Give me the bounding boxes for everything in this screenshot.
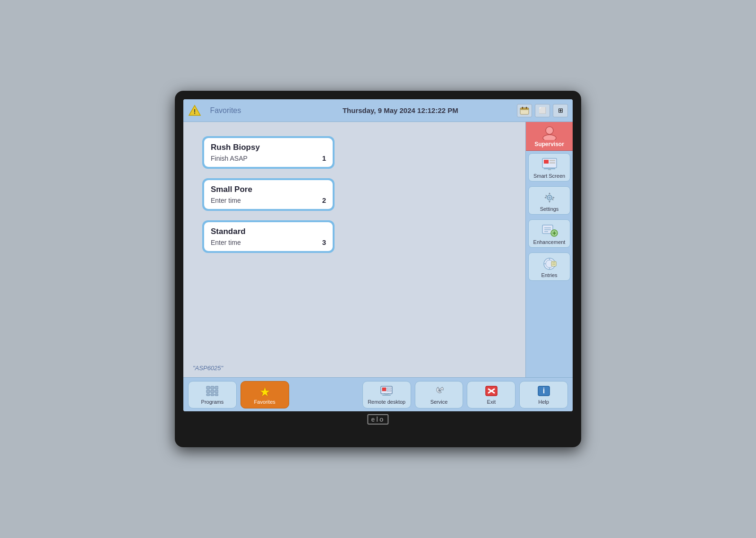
programs-icon <box>206 386 218 398</box>
svg-rect-46 <box>382 395 391 396</box>
settings-button[interactable]: Settings <box>528 186 570 215</box>
entries-label: Entries <box>541 272 557 278</box>
svg-rect-9 <box>544 160 549 164</box>
exit-button[interactable]: Exit <box>467 381 515 408</box>
header-icon-window[interactable]: ⬜ <box>535 104 550 117</box>
svg-rect-37 <box>206 394 210 396</box>
header-icons: ⬜ ⊞ <box>517 104 568 117</box>
svg-rect-28 <box>551 261 556 266</box>
entries-button[interactable]: Entries <box>528 252 570 281</box>
svg-rect-35 <box>211 390 214 393</box>
remote-desktop-icon <box>380 386 393 398</box>
programs-label: Programs <box>201 399 224 405</box>
svg-rect-31 <box>206 386 210 389</box>
exit-label: Exit <box>487 399 496 405</box>
help-button[interactable]: i Help <box>519 381 568 408</box>
svg-rect-10 <box>550 160 555 161</box>
svg-point-47 <box>438 389 440 391</box>
settings-label: Settings <box>540 206 559 212</box>
service-num-rush-biopsy: 1 <box>322 154 326 162</box>
service-num-small-pore: 2 <box>322 196 326 204</box>
smart-screen-label: Smart Screen <box>533 173 565 179</box>
service-label: Service <box>430 399 448 405</box>
header-icon-calendar[interactable] <box>517 104 532 117</box>
help-label: Help <box>538 399 549 405</box>
svg-rect-32 <box>211 386 214 389</box>
settings-icon <box>541 191 558 205</box>
center-content: Rush Biopsy Finish ASAP 1 Small Pore Ent… <box>183 122 525 377</box>
service-num-standard: 3 <box>322 238 326 246</box>
svg-rect-3 <box>520 108 529 110</box>
svg-text:+: + <box>552 229 556 237</box>
svg-rect-13 <box>548 169 551 170</box>
exit-icon <box>485 386 498 398</box>
remote-desktop-label: Remote desktop <box>368 399 405 405</box>
svg-rect-43 <box>387 390 391 391</box>
enhancement-icon: + <box>541 224 558 238</box>
service-card-rush-biopsy[interactable]: Rush Biopsy Finish ASAP 1 <box>202 136 335 169</box>
favorites-icon: ★ <box>259 386 270 398</box>
brand-label: elo <box>367 414 388 425</box>
taskbar: Programs ★ Favorites <box>183 377 573 411</box>
svg-point-15 <box>548 197 550 199</box>
svg-rect-42 <box>387 388 391 389</box>
svg-rect-39 <box>215 394 218 396</box>
service-name-rush-biopsy: Rush Biopsy <box>211 143 326 152</box>
supervisor-icon <box>541 126 558 140</box>
service-name-standard: Standard <box>211 227 326 236</box>
svg-rect-41 <box>382 388 386 391</box>
smart-screen-button[interactable]: Smart Screen <box>528 153 570 182</box>
svg-rect-36 <box>215 390 218 393</box>
service-sub-small-pore: Enter time <box>211 197 241 204</box>
device-id: "ASP6025" <box>193 364 223 372</box>
header-datetime: Thursday, 9 May 2024 12:12:22 PM <box>284 106 517 114</box>
svg-rect-34 <box>206 390 210 393</box>
service-sub-standard: Enter time <box>211 239 241 246</box>
header-icon-grid[interactable]: ⊞ <box>553 104 568 117</box>
svg-text:i: i <box>542 387 544 395</box>
enhancement-button[interactable]: + Enhancement <box>528 219 570 248</box>
service-button[interactable]: Service <box>415 381 464 408</box>
favorites-label: Favorites <box>254 399 275 405</box>
svg-rect-38 <box>211 394 214 396</box>
entries-icon <box>541 257 558 271</box>
main-area: Rush Biopsy Finish ASAP 1 Small Pore Ent… <box>183 122 573 377</box>
supervisor-label: Supervisor <box>534 141 564 148</box>
smart-screen-icon <box>541 157 558 172</box>
svg-point-7 <box>543 135 556 140</box>
monitor-outer: ! Favorites Thursday, 9 May 2024 12:12:2… <box>175 91 581 447</box>
sidebar: Supervisor Smart Screen <box>525 122 573 377</box>
service-sub-rush-biopsy: Finish ASAP <box>211 155 248 162</box>
svg-rect-11 <box>550 162 555 164</box>
service-card-standard[interactable]: Standard Enter time 3 <box>202 220 335 253</box>
programs-button[interactable]: Programs <box>188 381 237 408</box>
supervisor-button[interactable]: Supervisor <box>526 122 573 151</box>
svg-point-6 <box>546 127 553 134</box>
service-card-small-pore[interactable]: Small Pore Enter time 2 <box>202 178 335 211</box>
help-icon: i <box>538 386 550 398</box>
remote-desktop-button[interactable]: Remote desktop <box>362 381 411 408</box>
enhancement-label: Enhancement <box>533 239 566 245</box>
header-bar: ! Favorites Thursday, 9 May 2024 12:12:2… <box>183 99 573 122</box>
monitor-bottom: elo <box>183 411 573 428</box>
service-icon <box>433 386 445 398</box>
favorites-button[interactable]: ★ Favorites <box>241 381 289 408</box>
service-name-small-pore: Small Pore <box>211 185 326 194</box>
monitor-screen: ! Favorites Thursday, 9 May 2024 12:12:2… <box>183 99 573 411</box>
header-title: Favorites <box>183 106 284 115</box>
svg-rect-33 <box>215 386 218 389</box>
